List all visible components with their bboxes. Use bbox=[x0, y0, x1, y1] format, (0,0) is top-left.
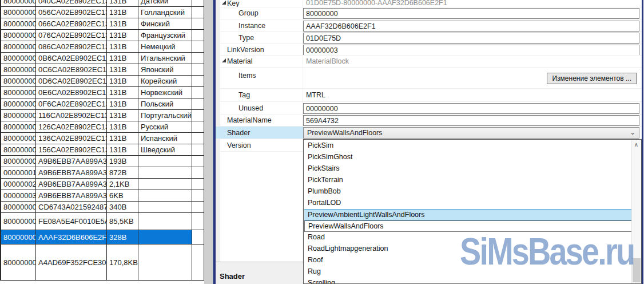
table-row[interactable]: 80000000056CA02E8902EC13131BГолландский bbox=[0, 7, 204, 18]
table-cell[interactable]: 131B bbox=[107, 64, 138, 76]
table-cell[interactable] bbox=[192, 98, 204, 110]
dropdown-item[interactable]: PickSimGhost bbox=[304, 152, 632, 163]
table-cell[interactable]: 80000000 bbox=[0, 144, 36, 156]
property-value-input[interactable]: 00000000 bbox=[303, 103, 639, 114]
table-cell[interactable] bbox=[192, 179, 204, 190]
table-cell[interactable] bbox=[192, 202, 204, 213]
table-cell[interactable]: 80000000 bbox=[0, 18, 36, 30]
table-cell[interactable]: 872B bbox=[107, 167, 138, 179]
table-cell[interactable]: Немецкий bbox=[138, 41, 192, 53]
edit-items-button[interactable]: Изменение элементов ... bbox=[547, 73, 637, 84]
table-cell[interactable]: 040CA02E8902EC13 bbox=[36, 0, 107, 7]
table-cell[interactable]: 80000000 bbox=[0, 87, 36, 98]
property-value-input[interactable]: 569A4732 bbox=[303, 115, 639, 126]
table-cell[interactable]: 131B bbox=[107, 53, 138, 64]
table-row[interactable]: 00000003A9B6EBB7AA899A3A6KB bbox=[0, 190, 204, 202]
table-row[interactable]: 80000000116CA02E8902EC13131BПортугальски… bbox=[0, 110, 204, 121]
table-cell[interactable]: 6KB bbox=[107, 190, 138, 202]
table-row[interactable]: 80000000FE08A5E4F0010E5A85,5KB bbox=[0, 213, 204, 230]
table-cell[interactable] bbox=[192, 53, 204, 64]
table-cell[interactable] bbox=[192, 76, 204, 87]
table-cell[interactable]: 170,8KB bbox=[107, 244, 138, 281]
table-cell[interactable]: A9B6EBB7AA899A3A bbox=[36, 190, 107, 202]
table-cell[interactable] bbox=[138, 213, 192, 230]
dropdown-item[interactable]: Roof bbox=[304, 255, 632, 266]
table-cell[interactable]: 80000000 bbox=[0, 30, 36, 41]
table-cell[interactable]: 126CA02E8902EC13 bbox=[36, 121, 107, 133]
table-cell[interactable]: 80000000 bbox=[0, 133, 36, 144]
table-row[interactable]: 80000000CD6743A021592487340B bbox=[0, 202, 204, 213]
table-cell[interactable]: Португальский bbox=[138, 110, 192, 121]
table-cell[interactable] bbox=[192, 18, 204, 30]
table-cell[interactable]: A9B6EBB7AA899A3A bbox=[36, 156, 107, 167]
table-cell[interactable]: 85,5KB bbox=[107, 213, 138, 230]
property-row-unused[interactable]: Unused00000000 bbox=[216, 102, 642, 115]
table-cell[interactable]: 131B bbox=[107, 98, 138, 110]
table-row[interactable]: 800000000E6CA02E8902EC13131BНорвежский bbox=[0, 87, 204, 98]
table-cell[interactable]: 80000000 bbox=[0, 202, 36, 213]
table-cell[interactable] bbox=[192, 121, 204, 133]
table-row[interactable]: 80000000A4AD69F352FCE30F170,8KB bbox=[0, 244, 204, 281]
table-cell[interactable]: 80000000 bbox=[0, 110, 36, 121]
table-cell[interactable]: 0F6CA02E8902EC13 bbox=[36, 98, 107, 110]
table-cell[interactable]: 328B bbox=[107, 230, 138, 244]
dropdown-item[interactable]: PickTerrain bbox=[304, 175, 632, 186]
table-cell[interactable]: A9B6EBB7AA899A3A bbox=[36, 179, 107, 190]
table-cell[interactable]: Польский bbox=[138, 98, 192, 110]
chevron-down-icon[interactable]: ⌄ bbox=[629, 128, 637, 137]
table-row[interactable]: 00000002A9B6EBB7AA899A3A2,1KB bbox=[0, 179, 204, 190]
dropdown-item[interactable]: PickStairs bbox=[304, 163, 632, 175]
table-row[interactable]: 800000000C6CA02E8902EC13131BЯпонский bbox=[0, 64, 204, 76]
table-cell[interactable] bbox=[138, 156, 192, 167]
property-row-tag[interactable]: TagMTRL bbox=[216, 89, 642, 102]
table-cell[interactable]: 80000000 bbox=[0, 53, 36, 64]
scrollbar-thumb[interactable] bbox=[633, 258, 641, 282]
table-row[interactable]: 80000000126CA02E8902EC13131BРусский bbox=[0, 121, 204, 133]
property-row-items[interactable]: ItemsИзменение элементов ... bbox=[216, 68, 642, 89]
table-cell[interactable]: 80000000 bbox=[0, 76, 36, 87]
table-cell[interactable]: 80000000 bbox=[0, 230, 36, 244]
table-cell[interactable]: 340B bbox=[107, 202, 138, 213]
table-cell[interactable] bbox=[192, 230, 204, 244]
table-cell[interactable]: 136CA02E8902EC13 bbox=[36, 133, 107, 144]
table-cell[interactable]: 116CA02E8902EC13 bbox=[36, 110, 107, 121]
table-cell[interactable]: A9B6EBB7AA899A3A bbox=[36, 167, 107, 179]
table-cell[interactable] bbox=[192, 244, 204, 281]
dropdown-item[interactable]: PortalLOD bbox=[304, 198, 632, 209]
table-row[interactable]: 80000000066CA02E8902EC13131BФинский bbox=[0, 18, 204, 30]
dropdown-item[interactable]: Scrolling bbox=[304, 278, 632, 284]
table-row[interactable]: 80000000086CA02E8902EC13131BНемецкий bbox=[0, 41, 204, 53]
table-cell[interactable] bbox=[192, 64, 204, 76]
table-row[interactable]: 80000000076CA02E8902EC13131BФранцузский bbox=[0, 30, 204, 41]
shader-combobox[interactable]: PreviewWallsAndFloors⌄ bbox=[303, 127, 639, 139]
table-row[interactable]: 80000000040CA02E8902EC13131BДатский bbox=[0, 0, 204, 7]
table-cell[interactable] bbox=[192, 41, 204, 53]
table-cell[interactable]: A4AD69F352FCE30F bbox=[36, 244, 107, 281]
table-row[interactable]: 80000000136CA02E8902EC13131BИспанский bbox=[0, 133, 204, 144]
property-row-material[interactable]: MaterialMaterialBlock bbox=[216, 56, 642, 68]
table-cell[interactable]: Голландский bbox=[138, 7, 192, 18]
table-cell[interactable]: 0D6CA02E8902EC13 bbox=[36, 76, 107, 87]
table-cell[interactable] bbox=[138, 179, 192, 190]
table-cell[interactable] bbox=[192, 190, 204, 202]
property-value-input[interactable]: 00000003 bbox=[303, 45, 639, 56]
table-cell[interactable]: 131B bbox=[107, 144, 138, 156]
table-cell[interactable]: 0E6CA02E8902EC13 bbox=[36, 87, 107, 98]
table-cell[interactable]: Испанский bbox=[138, 133, 192, 144]
property-row-linkversion[interactable]: LinkVersion00000003 bbox=[216, 44, 642, 56]
table-cell[interactable]: 131B bbox=[107, 30, 138, 41]
table-cell[interactable] bbox=[192, 0, 204, 7]
table-cell[interactable] bbox=[192, 156, 204, 167]
table-cell[interactable]: 80000000 bbox=[0, 64, 36, 76]
table-cell[interactable]: CD6743A021592487 bbox=[36, 202, 107, 213]
table-cell[interactable]: 076CA02E8902EC13 bbox=[36, 30, 107, 41]
table-cell[interactable]: 00000002 bbox=[0, 179, 36, 190]
dropdown-item[interactable]: PlumbBob bbox=[304, 186, 632, 198]
table-cell[interactable]: 131B bbox=[107, 76, 138, 87]
table-cell[interactable] bbox=[138, 167, 192, 179]
table-cell[interactable] bbox=[192, 133, 204, 144]
table-cell[interactable]: 00000003 bbox=[0, 190, 36, 202]
table-cell[interactable]: Норвежский bbox=[138, 87, 192, 98]
table-cell[interactable]: 00000001 bbox=[0, 167, 36, 179]
table-cell[interactable]: 131B bbox=[107, 121, 138, 133]
